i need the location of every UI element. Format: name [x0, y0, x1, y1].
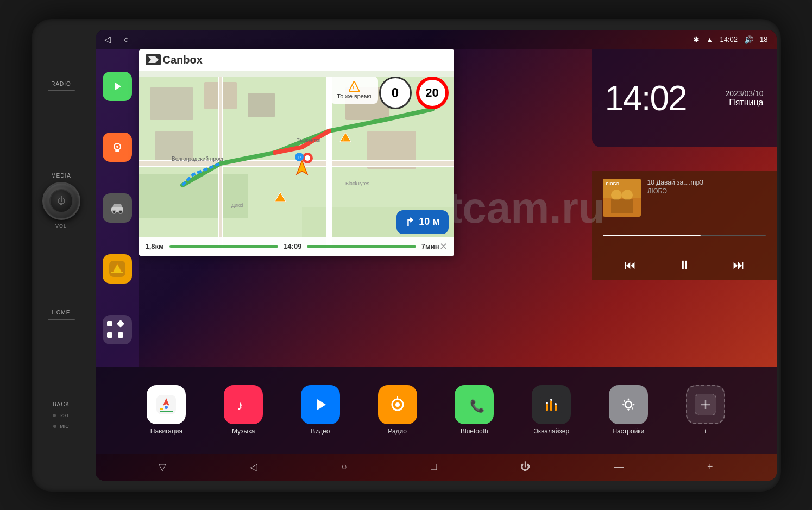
brand-name: Canbox [163, 54, 203, 66]
time-widget: 14:02 2023/03/10 Пятница [592, 49, 777, 147]
svg-rect-69 [550, 400, 552, 411]
map-duration: 7мин [421, 242, 439, 250]
music-controls: ⏮ ⏸ ⏭ [603, 258, 766, 272]
mic-label: MIC [60, 424, 69, 429]
canbox-logo: Canbox [146, 54, 203, 66]
home-button-group: HOME [48, 310, 75, 320]
podcast-icon[interactable] [103, 133, 132, 162]
date-display: 2023/03/10 Пятница [725, 89, 763, 108]
content-area: Canbox [96, 49, 777, 481]
svg-text:BlackTyres: BlackTyres [345, 181, 370, 186]
map-distance: 1,8км [146, 242, 164, 250]
app-radio[interactable]: Радио [378, 385, 417, 435]
map-container[interactable]: Canbox [139, 49, 454, 256]
app-dot-2 [117, 320, 124, 328]
power-knob[interactable]: ⏻ [42, 182, 80, 220]
nav-instruction-text: ! [337, 81, 371, 93]
all-apps-icon[interactable] [103, 315, 132, 344]
svg-text:Диксі: Диксі [231, 203, 243, 208]
mic-indicator: MIC [53, 424, 69, 429]
app-bluetooth[interactable]: 📞 Bluetooth [455, 385, 494, 435]
svg-rect-68 [546, 402, 548, 404]
music-label: Музыка [232, 427, 255, 435]
carplay-icon[interactable] [103, 72, 132, 101]
date-date: 2023/03/10 [725, 89, 763, 98]
radio-button-group: RADIO [48, 81, 75, 91]
recent-nav-icon[interactable]: □ [142, 35, 147, 45]
svg-point-11 [119, 210, 122, 213]
nav-home-button[interactable]: ○ [341, 461, 347, 473]
svg-rect-22 [248, 93, 275, 117]
mic-dot [53, 425, 56, 428]
app-video[interactable]: Видео [301, 385, 340, 435]
pause-button[interactable]: ⏸ [678, 258, 690, 272]
status-bar: ◁ ○ □ ✱ ▲ 14:02 🔊 18 [96, 30, 777, 49]
equalizer-label: Эквалайзер [533, 427, 569, 435]
track-number: 10 Давай за....mp3 [647, 179, 766, 186]
home-slider[interactable] [48, 319, 75, 320]
home-nav-icon[interactable]: ○ [124, 35, 129, 45]
navigation-icon [147, 385, 186, 424]
nav-icons: ◁ ○ □ [104, 34, 147, 45]
radio-slider[interactable] [48, 90, 75, 91]
status-right: ✱ ▲ 14:02 🔊 18 [693, 35, 768, 44]
settings-icon [609, 385, 648, 424]
app-add[interactable]: + [686, 385, 725, 435]
app-dot-3 [107, 332, 112, 338]
media-button-group: MEDIA ⏻ VOL [42, 173, 80, 229]
volume-status-icon: 🔊 [744, 35, 753, 44]
music-progress-fill [603, 235, 701, 236]
map-close-button[interactable]: ✕ [439, 241, 448, 253]
svg-text:P: P [298, 155, 301, 160]
app-music[interactable]: ♪ Музыка [224, 385, 263, 435]
app-equalizer[interactable]: Эквалайзер [532, 385, 571, 435]
svg-point-10 [112, 210, 116, 213]
map-progress-bar [169, 245, 278, 248]
svg-rect-67 [546, 404, 548, 411]
app-navigation[interactable]: Навигация [147, 385, 186, 435]
map-eta: 14:09 [284, 242, 301, 250]
prev-button[interactable]: ⏮ [624, 258, 636, 272]
svg-text:Ташкентск: Ташкентск [297, 137, 320, 143]
status-volume: 18 [760, 35, 767, 43]
settings-label: Настройки [612, 427, 644, 435]
track-artist: ЛЮБЭ [647, 187, 766, 195]
svg-text:Волгоградский просп: Волгоградский просп [172, 156, 225, 162]
launcher-icon[interactable] [103, 254, 132, 284]
screen-content: ◁ ○ □ ✱ ▲ 14:02 🔊 18 [96, 30, 777, 481]
home-label: HOME [52, 310, 71, 316]
map-progress-bar-2 [307, 245, 416, 248]
nav-power-button[interactable]: ⏻ [520, 461, 530, 473]
nav-recent-button[interactable]: □ [431, 461, 437, 473]
next-button[interactable]: ⏭ [733, 258, 745, 272]
map-bottom-bar: 1,8км 14:09 7мин ✕ [139, 237, 454, 256]
music-progress-bar[interactable] [603, 235, 766, 236]
rst-indicator: RST [53, 413, 69, 418]
svg-rect-70 [550, 399, 552, 401]
radio-label: RADIO [51, 81, 71, 87]
date-day: Пятница [725, 98, 763, 108]
nav-minus-button[interactable]: — [614, 461, 624, 473]
back-nav-icon[interactable]: ◁ [104, 34, 111, 45]
nav-back-button[interactable]: ◁ [250, 461, 257, 473]
status-time: 14:02 [720, 35, 738, 43]
svg-point-62 [395, 402, 400, 407]
music-widget: ЛЮБЭ 10 Давай за....mp3 ЛЮБЭ [592, 171, 777, 280]
svg-rect-56 [232, 394, 254, 415]
nav-plus-button[interactable]: + [707, 461, 713, 473]
map-area: Волгоградский просп Ташкентск Диксі Blac… [139, 71, 454, 256]
nav-turn-text: 10 м [419, 216, 439, 228]
svg-point-48 [622, 190, 633, 200]
media-label: MEDIA [51, 173, 71, 179]
vol-label: VOL [55, 223, 67, 229]
music-icon: ♪ [224, 385, 263, 424]
car-icon[interactable] [103, 193, 132, 223]
app-dot-1 [107, 321, 112, 326]
track-name: Давай за....mp3 [656, 179, 703, 186]
app-settings[interactable]: Настройки [609, 385, 648, 435]
wifi-status-icon: ▲ [706, 35, 714, 44]
svg-point-53 [165, 406, 168, 409]
video-icon [301, 385, 340, 424]
nav-down-button[interactable]: ▽ [159, 461, 166, 473]
svg-point-4 [116, 146, 118, 148]
